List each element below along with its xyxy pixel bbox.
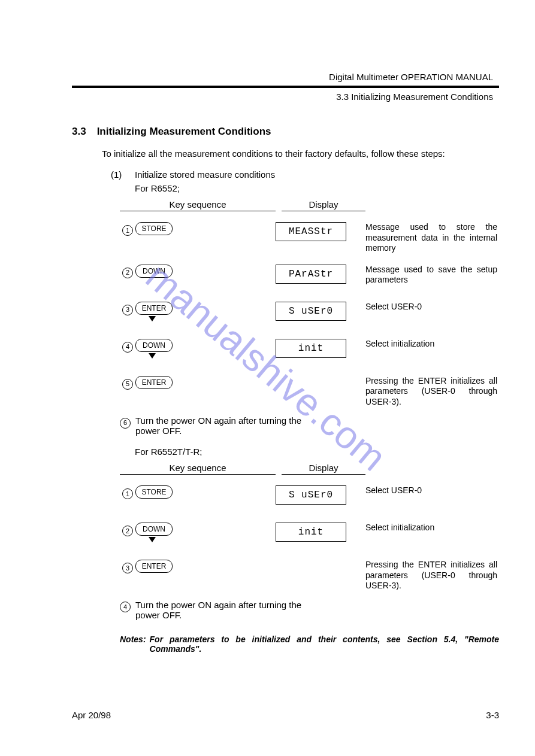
key-store: STORE — [135, 485, 173, 499]
display-box: PArAStr — [276, 265, 346, 284]
row-desc: Pressing the ENTER initializes all param… — [365, 376, 497, 408]
col-disp-b: Display — [282, 463, 365, 475]
col-disp-a: Display — [282, 199, 365, 211]
circled-num: 3 — [122, 563, 133, 573]
header-rule — [72, 86, 499, 88]
circled-num: 1 — [122, 225, 133, 236]
key-enter: ENTER — [135, 376, 173, 389]
triangle-down-icon — [149, 316, 156, 321]
notes-label: Notes: — [120, 634, 146, 654]
notes-block: Notes: For parameters to be initialized … — [120, 634, 499, 654]
triangle-down-icon — [149, 537, 156, 542]
row-desc: Select initialization — [365, 523, 497, 533]
proc-row-text: 4 Turn the power ON again after turning … — [120, 600, 499, 620]
circled-num: 2 — [122, 268, 133, 278]
manual-title: Digital Multimeter OPERATION MANUAL — [72, 72, 499, 82]
row-desc: Message used to save the setup parameter… — [365, 265, 497, 286]
display-box: S uSEr0 — [276, 302, 346, 321]
running-head: 3.3 Initializing Measurement Conditions — [72, 92, 499, 102]
model-label-b: For R6552T/T-R; — [135, 447, 499, 457]
section-number: 3.3 — [72, 126, 86, 138]
display-box: init — [276, 523, 346, 542]
step-number: (1) — [111, 169, 125, 180]
display-box: init — [276, 339, 346, 358]
triangle-down-icon — [149, 353, 156, 359]
key-enter: ENTER — [135, 560, 173, 573]
step-text: Initialize stored measure conditions — [135, 169, 275, 180]
key-enter: ENTER — [135, 302, 173, 315]
row-desc: Message used to store the measurement da… — [365, 222, 497, 254]
circled-num: 2 — [122, 526, 133, 536]
col-key-a: Key sequence — [120, 199, 276, 211]
section-title: Initializing Measurement Conditions — [97, 126, 271, 138]
model-label-a: For R6552; — [135, 183, 499, 193]
row-desc: Select USER-0 — [365, 485, 497, 496]
table-header-a: Key sequence Display — [120, 199, 499, 211]
display-box: MEASStr — [276, 222, 346, 241]
proc-row: 1 STORE S uSEr0 Select USER-0 — [120, 485, 499, 512]
circled-num: 4 — [120, 602, 131, 612]
key-down: DOWN — [135, 523, 173, 536]
col-key-b: Key sequence — [120, 463, 276, 475]
circled-num: 4 — [122, 342, 133, 353]
proc-row: 2 DOWN PArAStr Message used to save the … — [120, 265, 499, 291]
proc-row: 1 STORE MEASStr Message used to store th… — [120, 222, 499, 254]
tail-text: Turn the power ON again after turning th… — [135, 600, 315, 620]
key-down: DOWN — [135, 265, 173, 278]
display-box: S uSEr0 — [276, 485, 346, 505]
proc-row: 5 ENTER Pressing the ENTER initializes a… — [120, 376, 499, 408]
proc-row: 3 ENTER S uSEr0 Select USER-0 — [120, 302, 499, 328]
circled-num: 3 — [122, 305, 133, 315]
key-store: STORE — [135, 222, 173, 235]
proc-row: 4 DOWN init Select initialization — [120, 339, 499, 365]
footer-date: Apr 20/98 — [72, 710, 111, 720]
table-header-b: Key sequence Display — [120, 463, 499, 475]
tail-text: Turn the power ON again after turning th… — [135, 415, 315, 436]
proc-row: 2 DOWN init Select initialization — [120, 523, 499, 549]
circled-num: 5 — [122, 379, 133, 390]
notes-body: For parameters to be initialized and the… — [150, 634, 499, 654]
row-desc: Select initialization — [365, 339, 497, 350]
row-desc: Pressing the ENTER initializes all param… — [365, 560, 497, 591]
footer-page: 3-3 — [486, 710, 499, 720]
circled-num: 6 — [120, 418, 131, 429]
section-intro: To initialize all the measurement condit… — [102, 148, 499, 159]
proc-row-text: 6 Turn the power ON again after turning … — [120, 415, 499, 436]
circled-num: 1 — [122, 488, 133, 499]
proc-row: 3 ENTER Pressing the ENTER initializes a… — [120, 560, 499, 591]
row-desc: Select USER-0 — [365, 302, 497, 312]
key-down: DOWN — [135, 339, 173, 352]
